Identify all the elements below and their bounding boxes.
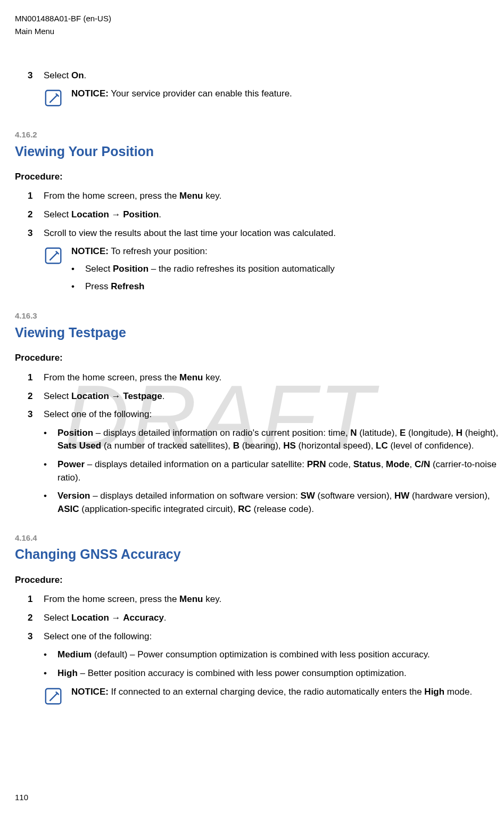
- step-text: Select Location → Position.: [44, 208, 504, 222]
- step-number: 1: [28, 371, 44, 385]
- section-name: Main Menu: [15, 26, 504, 37]
- step-number: 1: [28, 190, 44, 203]
- menu-label: Menu: [179, 594, 203, 604]
- bullet-dot: •: [44, 458, 57, 484]
- bullet-text: Power – displays detailed information on…: [57, 458, 504, 484]
- bullet-dot: •: [44, 427, 57, 453]
- section-title: Viewing Your Position: [15, 142, 504, 161]
- sec3-step2: 2 Select Location → Accuracy.: [28, 612, 504, 625]
- text: key.: [203, 191, 222, 201]
- high-bold: High: [57, 668, 78, 678]
- notice-text: To refresh your position:: [109, 246, 208, 256]
- sats-bold: Sats Used: [57, 441, 101, 451]
- n-bold: N: [350, 428, 357, 438]
- step-text: From the home screen, press the Menu key…: [44, 371, 504, 385]
- step-text: From the home screen, press the Menu key…: [44, 593, 504, 606]
- t: (hardware version),: [409, 491, 490, 501]
- bullet-text: Press Refresh: [85, 280, 145, 294]
- t: (level of confidence).: [388, 441, 474, 451]
- step-number: 3: [28, 69, 44, 83]
- procedure-label: Procedure:: [15, 352, 504, 365]
- cn-bold: C/N: [415, 459, 430, 469]
- procedure-label: Procedure:: [15, 170, 504, 184]
- step-number: 3: [28, 408, 44, 421]
- sec1-notice: NOTICE: To refresh your position: • Sele…: [44, 245, 504, 294]
- high-bold: High: [424, 687, 444, 697]
- t: (bearing),: [239, 441, 283, 451]
- notice-icon: [44, 687, 64, 711]
- hs-bold: HS: [283, 441, 296, 451]
- svg-rect-1: [46, 248, 61, 264]
- menu-label: Menu: [179, 372, 203, 382]
- text: .: [159, 209, 161, 219]
- sec1-step1: 1 From the home screen, press the Menu k…: [28, 190, 504, 203]
- text: Select: [44, 209, 71, 219]
- svg-rect-2: [46, 688, 61, 704]
- page-number: 110: [15, 792, 28, 803]
- t: (horizontal speed),: [296, 441, 376, 451]
- sec1-step3: 3 Scroll to view the results about the l…: [28, 227, 504, 240]
- text: key.: [203, 594, 222, 604]
- hw-bold: HW: [394, 491, 409, 501]
- sec3-step3: 3 Select one of the following:: [28, 630, 504, 644]
- asic-bold: ASIC: [57, 504, 79, 514]
- notice-icon: [44, 88, 64, 113]
- t: (application-specific integrated circuit…: [79, 504, 238, 514]
- t: ,: [409, 459, 414, 469]
- text: .: [84, 70, 87, 80]
- t: (software version),: [315, 491, 394, 501]
- section-number: 4.16.3: [15, 310, 504, 322]
- position-label: Position: [113, 264, 148, 274]
- position-label: Position: [123, 209, 159, 219]
- sw-bold: SW: [300, 491, 315, 501]
- arrow: →: [109, 613, 123, 623]
- rc-bold: RC: [238, 504, 251, 514]
- b-bold: B: [233, 441, 239, 451]
- sec2-bullet1: • Position – displays detailed informati…: [44, 427, 504, 453]
- text: Select: [44, 391, 71, 401]
- procedure-label: Procedure:: [15, 574, 504, 587]
- notice-bullet-2: • Press Refresh: [71, 280, 504, 294]
- bullet-dot: •: [44, 490, 57, 516]
- t: – Better position accuracy is combined w…: [78, 668, 407, 678]
- text: Select: [44, 613, 71, 623]
- medium-bold: Medium: [57, 649, 92, 660]
- position-bold: Position: [57, 428, 93, 438]
- step-text: Select Location → Testpage.: [44, 390, 504, 403]
- sec3-bullet1: • Medium (default) – Power consumption o…: [44, 648, 504, 662]
- step-number: 2: [28, 390, 44, 403]
- h-bold: H: [456, 428, 462, 438]
- sec2-step1: 1 From the home screen, press the Menu k…: [28, 371, 504, 385]
- bullet-text: High – Better position accuracy is combi…: [57, 667, 407, 680]
- step-text: Select one of the following:: [44, 630, 504, 644]
- bullet-dot: •: [44, 667, 57, 680]
- notice-label: NOTICE:: [71, 88, 109, 99]
- step-text: From the home screen, press the Menu key…: [44, 190, 504, 203]
- t: – displays detailed information on softw…: [90, 491, 300, 501]
- sec3-step1: 1 From the home screen, press the Menu k…: [28, 593, 504, 606]
- t: – displays detailed information on a par…: [85, 459, 307, 469]
- svg-rect-0: [46, 91, 61, 106]
- t: (height),: [462, 428, 498, 438]
- section-title: Changing GNSS Accuracy: [15, 544, 504, 564]
- refresh-label: Refresh: [111, 281, 144, 291]
- step-text: Select Location → Accuracy.: [44, 612, 504, 625]
- text: .: [162, 391, 165, 401]
- step-number: 2: [28, 612, 44, 625]
- notice-label: NOTICE:: [71, 246, 109, 256]
- sec3-notice: NOTICE: If connected to an external char…: [44, 686, 504, 711]
- bullet-dot: •: [71, 263, 85, 276]
- accuracy-label: Accuracy: [123, 613, 164, 623]
- lc-bold: LC: [376, 441, 388, 451]
- text: .: [164, 613, 167, 623]
- bullet-dot: •: [71, 280, 85, 294]
- step-number: 2: [28, 208, 44, 222]
- step-text: Select one of the following:: [44, 408, 504, 421]
- arrow: →: [109, 209, 123, 219]
- sec2-step3: 3 Select one of the following:: [28, 408, 504, 421]
- t: ,: [381, 459, 386, 469]
- notice-content: NOTICE: Your service provider can enable…: [71, 87, 504, 101]
- notice-text: Your service provider can enable this fe…: [109, 88, 292, 99]
- intro-step-3: 3 Select On.: [28, 69, 504, 83]
- sec3-bullet2: • High – Better position accuracy is com…: [44, 667, 504, 680]
